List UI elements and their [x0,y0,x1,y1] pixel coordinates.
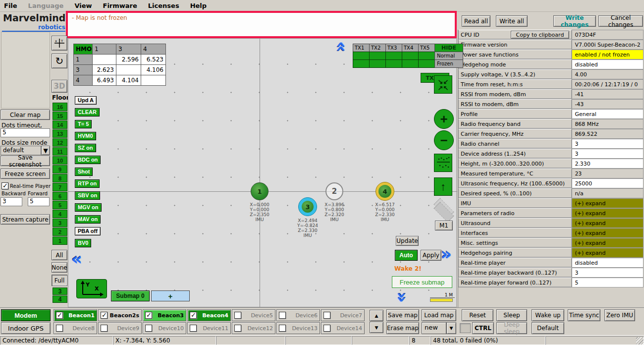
floor-button[interactable]: 6 [53,192,67,200]
reset-button[interactable]: Reset [462,309,493,321]
setting-value[interactable]: (+) expand [572,238,644,248]
forward-input[interactable]: 5 [28,197,50,206]
device-checkbox[interactable] [234,325,241,332]
save-screenshot-button[interactable]: Save screenshot [0,156,50,166]
clear-map-button[interactable]: Clear map [0,110,50,120]
setting-value[interactable]: 869.522 [572,129,644,139]
device-cell[interactable]: Device8 [54,322,97,334]
tx-frozen-label[interactable]: Frozen [434,59,463,68]
fit-to-screen-icon[interactable]: ↘↙↗↖ [434,75,452,94]
floor-button[interactable]: 3 [53,219,67,227]
load-map-button[interactable]: Load map [422,309,456,321]
setting-value[interactable]: 2.330 [572,159,644,169]
floor-button[interactable]: 1 [53,236,67,245]
setting-value[interactable]: disabled [572,258,644,268]
tx-normal-label[interactable]: Normal [434,52,463,60]
floor-button[interactable]: 9 [53,165,67,173]
auto-button[interactable]: Auto [395,250,418,261]
backward-input[interactable]: 3 [0,197,22,206]
setting-value[interactable]: -41 [572,89,644,99]
setting-value[interactable]: disabled [572,59,644,69]
map-command-button[interactable]: SBV on [75,191,100,200]
setting-value[interactable]: (+) expand [572,198,644,208]
map-command-button[interactable]: CLEAR [75,108,100,116]
floor-button[interactable]: 2 [53,228,67,236]
setting-value[interactable]: 3 [572,268,644,278]
erase-map-button[interactable]: Erase map [386,322,419,334]
layers-icon[interactable] [433,201,455,219]
tx-cell[interactable] [369,52,386,60]
map-command-button[interactable]: Upd A [75,96,97,105]
stream-capture-button[interactable]: Stream capture [0,214,50,225]
beacon-1-marker[interactable]: 1 [251,182,268,200]
setting-value[interactable]: (+) expand [572,208,644,218]
resize-grip[interactable] [636,337,644,345]
map-command-button[interactable]: PBA off [75,227,101,235]
menu-item[interactable]: Firmware [103,2,137,9]
device-cell[interactable]: Device14 [321,322,365,334]
device-checkbox[interactable] [145,312,152,319]
update-button[interactable]: Update [396,236,419,246]
device-checkbox[interactable] [145,325,152,332]
deep-sleep-button[interactable]: Deep sleep [496,322,527,334]
device-cell[interactable]: Device12 [232,322,275,334]
cancel-changes-button[interactable]: Cancel changes [598,15,643,27]
map-command-button[interactable]: MAV on [75,215,101,224]
setting-value[interactable]: (+) expand [572,228,644,238]
device-cell[interactable]: Beacon3 [143,309,186,321]
beacon-3-marker[interactable]: 3 [298,197,317,216]
setting-value[interactable]: 23 [572,169,644,178]
device-cell[interactable]: Device5 [232,309,275,321]
chevron-right-icon[interactable]: » [441,247,452,261]
wake-up-button[interactable]: Wake up [532,309,564,321]
add-submap-button[interactable]: + [151,290,190,301]
device-cell[interactable]: Beacon2s [98,309,142,321]
tx-cell[interactable] [385,59,402,68]
zero-imu-button[interactable]: Zero IMU [604,309,635,321]
menu-item[interactable]: File [4,2,17,9]
3d-view-button[interactable]: 3D [52,80,67,93]
tx-hide-button[interactable]: HIDE [434,44,463,52]
floor-button[interactable]: 10 [53,156,67,165]
setting-value[interactable]: (+) expand [572,218,644,228]
m1-button[interactable]: M1 [435,221,453,230]
menu-item[interactable]: View [74,2,92,9]
device-checkbox[interactable] [279,325,286,332]
tx-cell[interactable] [369,59,386,68]
device-cell[interactable]: Device10 [143,322,186,334]
setting-value[interactable]: 3 [572,139,644,149]
freeze-screen-button[interactable]: Freeze screen [0,169,50,179]
floor-button[interactable]: 12 [53,138,67,147]
floor-button[interactable]: 14 [53,120,67,129]
setting-value[interactable]: 868 MHz [572,119,644,129]
floor-extra-4-button[interactable]: 4 [53,295,67,303]
device-checkbox[interactable] [101,325,107,332]
device-checkbox[interactable] [56,312,63,319]
indoor-gps-button[interactable]: Indoor GPS [1,322,51,334]
menu-item[interactable]: Help [190,2,207,9]
realtime-player-checkbox[interactable] [1,182,8,189]
zoom-in-icon[interactable]: + [434,109,454,129]
setting-value[interactable]: -43 [572,99,644,109]
setting-value[interactable]: General [572,109,644,119]
map-canvas[interactable]: HMOB 1 3 4 1 2.596 6.523 3 2.623 4.106 [68,38,457,307]
setting-value[interactable]: n/a [572,188,644,198]
device-checkbox[interactable] [323,312,330,319]
dots-display-icon[interactable] [434,154,452,172]
dots-timeout-input[interactable]: 5 [0,128,50,137]
map-command-button[interactable]: HVM0 [75,132,96,140]
map-command-button[interactable]: RTP on [75,179,100,188]
map-select-dropdown[interactable]: new ▼ [422,322,456,334]
device-scroll-down-icon[interactable]: ▼ [370,322,383,333]
tx-cell[interactable] [402,52,419,60]
device-checkbox[interactable] [56,325,63,332]
submap-0-button[interactable]: Submap 0 [111,290,150,301]
rotate-icon[interactable]: ↻ [52,54,67,68]
sleep-button[interactable]: Sleep [496,309,527,321]
chevron-left-icon[interactable]: « [71,252,82,266]
copy-to-clipboard-button[interactable]: Copy to clipboard [511,31,570,39]
device-checkbox[interactable] [101,312,107,319]
device-checkbox[interactable] [323,325,330,332]
setting-value[interactable]: 25000 [572,178,644,188]
map-command-button[interactable]: MGV on [75,203,102,212]
